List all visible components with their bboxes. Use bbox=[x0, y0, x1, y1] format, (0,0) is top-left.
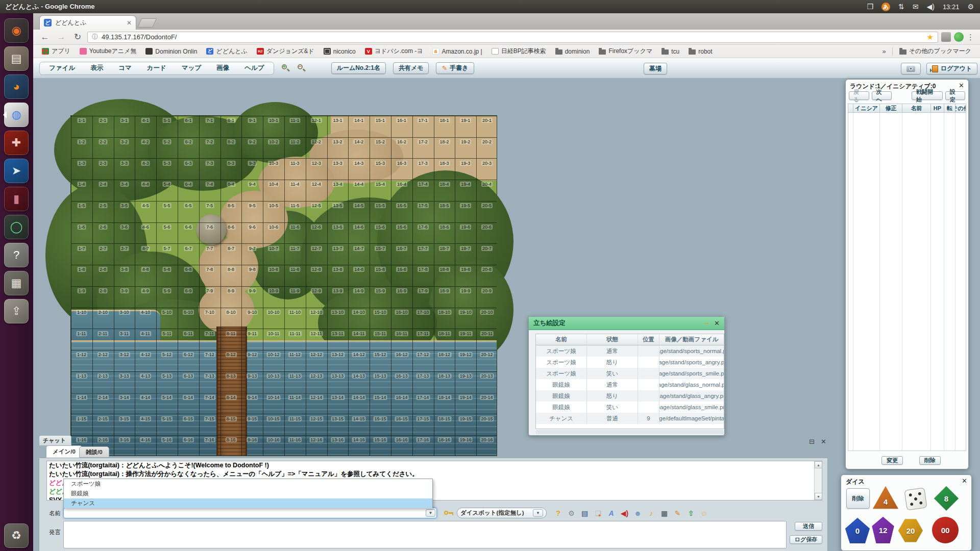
die-d4[interactable]: 4 bbox=[873, 486, 898, 510]
menu-item-ヘルプ[interactable]: ヘルプ bbox=[244, 64, 264, 72]
launcher-item-usb-drive[interactable]: ⇪ bbox=[4, 299, 29, 323]
chat-close-icon[interactable]: ✕ bbox=[821, 438, 826, 445]
clock[interactable]: 13:21 bbox=[943, 3, 960, 11]
bookmark-item[interactable]: aAmazon.co.jp | bbox=[428, 48, 487, 55]
bookmark-item[interactable]: アプリ bbox=[37, 47, 75, 56]
chat-scrollbar[interactable]: ▲ ▼ bbox=[814, 461, 822, 500]
stand-table-row[interactable]: スポーツ娘笑いimage/stand/sports_smile.png bbox=[536, 368, 724, 379]
stand-table-row[interactable]: 眼鏡娘笑いimage/stand/glass_smile.png bbox=[536, 402, 724, 413]
key-icon[interactable] bbox=[444, 509, 453, 517]
bookmark-item[interactable]: niconico bbox=[319, 48, 360, 55]
help-icon[interactable]: ? bbox=[554, 509, 562, 517]
launcher-item-trash[interactable]: ♻ bbox=[4, 523, 29, 548]
bookmark-item[interactable]: robot bbox=[684, 48, 717, 55]
send-button[interactable]: 送信 bbox=[795, 522, 822, 531]
scroll-up-icon[interactable]: ▲ bbox=[815, 461, 822, 468]
launcher-item-clipboard-app[interactable]: ▦ bbox=[4, 271, 29, 295]
close-icon[interactable]: ✕ bbox=[962, 477, 967, 485]
graveyard-button[interactable]: 墓場 bbox=[644, 63, 667, 74]
sound-icon[interactable]: ◀) bbox=[620, 509, 629, 517]
doc-remove-icon[interactable]: ❏● bbox=[594, 509, 602, 517]
die-d6[interactable] bbox=[904, 487, 927, 510]
name-dropdown-icon[interactable]: ▼ bbox=[426, 509, 435, 517]
chat-tab-main[interactable]: メイン/0 bbox=[46, 445, 82, 458]
launcher-item-firefox[interactable]: ◕ bbox=[4, 74, 29, 99]
session-gear-icon[interactable]: ⚙ bbox=[967, 3, 974, 11]
die-d100[interactable]: 00 bbox=[932, 517, 959, 543]
launcher-item-files[interactable]: ▤ bbox=[4, 46, 29, 71]
bookmark-item[interactable]: HJダンジョンズ&ド bbox=[252, 47, 319, 56]
chat-window-title[interactable]: チャット bbox=[39, 435, 71, 445]
die-d10[interactable]: 0 bbox=[845, 518, 870, 543]
bell-icon[interactable]: ♪ bbox=[647, 509, 655, 517]
game-map[interactable]: 1-12-13-14-15-16-17-18-19-110-111-112-11… bbox=[70, 115, 497, 456]
reload-icon[interactable]: ↻ bbox=[71, 32, 84, 42]
initiative-button-設定[interactable]: 設定 bbox=[945, 91, 965, 100]
scroll-down-icon[interactable]: ▼ bbox=[815, 493, 822, 500]
launcher-item-help[interactable]: ? bbox=[4, 243, 29, 267]
japanese-input-icon[interactable]: あ bbox=[881, 3, 890, 11]
url-bar[interactable]: ⓘ 49.135.17.167/DodontoF/ ★ bbox=[87, 32, 938, 43]
die-d8[interactable]: 8 bbox=[934, 486, 959, 511]
stand-dialog-titlebar[interactable]: 立ち絵設定 − ✕ bbox=[529, 317, 724, 330]
initiative-button-次へ[interactable]: 次へ bbox=[872, 91, 892, 100]
launcher-item-media-app[interactable]: ▮ bbox=[4, 187, 29, 211]
stand-table-row[interactable]: 眼鏡娘通常image/stand/glass_normal.png bbox=[536, 379, 724, 390]
bookmark-star-icon[interactable]: ★ bbox=[927, 33, 934, 42]
dropdown-item[interactable]: スポーツ娘 bbox=[64, 479, 432, 489]
bookmark-item[interactable]: Vヨドバシ.com -ヨ bbox=[360, 47, 428, 56]
menu-item-画像[interactable]: 画像 bbox=[216, 64, 229, 72]
room-info-button[interactable]: ルームNo.2:1名 bbox=[331, 62, 386, 74]
save-log-button[interactable]: ログ保存 bbox=[790, 535, 822, 544]
screenshot-button[interactable] bbox=[901, 63, 921, 74]
launcher-item-chrome[interactable]: ◍ bbox=[4, 103, 29, 127]
extension-icon-1[interactable] bbox=[941, 32, 951, 42]
extension-icon-2[interactable] bbox=[954, 32, 964, 42]
bookmark-item[interactable]: どどどんとふ bbox=[202, 47, 252, 56]
bookmarks-overflow-icon[interactable]: » bbox=[878, 47, 890, 55]
bookmark-item[interactable]: tcu bbox=[657, 48, 684, 55]
volume-icon[interactable]: ◀) bbox=[926, 3, 934, 11]
chrome-menu-icon[interactable]: ⋮ bbox=[967, 33, 975, 42]
name-input[interactable]: ▼ bbox=[63, 508, 437, 518]
launcher-item-thunderbird[interactable]: ➤ bbox=[4, 159, 29, 183]
person-edit-icon[interactable]: ✎ bbox=[673, 509, 682, 517]
chat-tab-zatsudan[interactable]: 雑談/0 bbox=[79, 446, 109, 458]
bookmark-item[interactable]: 日経BP記事検索 bbox=[487, 47, 551, 56]
menu-item-マップ[interactable]: マップ bbox=[182, 64, 201, 72]
dropbox-icon[interactable]: ❒ bbox=[867, 3, 873, 11]
doc-upload-icon[interactable]: ⇧ bbox=[687, 509, 695, 517]
chat-minimize-icon[interactable]: ⊟ bbox=[809, 438, 815, 445]
back-icon[interactable]: ← bbox=[38, 32, 52, 42]
minimize-icon[interactable]: − bbox=[705, 321, 709, 326]
launcher-item-software-tool[interactable]: ✚ bbox=[4, 131, 29, 155]
config-doc-icon[interactable]: ⚙ bbox=[567, 509, 576, 517]
die-d20[interactable]: 20 bbox=[898, 518, 923, 543]
site-info-icon[interactable]: ⓘ bbox=[92, 33, 98, 41]
initiative-button-戦闘開始[interactable]: 戦闘開始 bbox=[912, 91, 943, 100]
new-tab-button[interactable] bbox=[137, 18, 157, 28]
network-icon[interactable]: ⇅ bbox=[898, 3, 904, 11]
bookmark-item[interactable]: Dominion Onlin bbox=[141, 48, 202, 55]
person-chat-icon[interactable]: ☻ bbox=[633, 509, 642, 517]
forward-icon[interactable]: → bbox=[55, 32, 68, 42]
handwrite-button[interactable]: ✎ 手書き bbox=[436, 62, 474, 74]
stand-table-row[interactable]: チャンス普通9image/defaultImageSet/pintabijo bbox=[536, 413, 724, 424]
logout-button[interactable]: ログアウト bbox=[926, 63, 977, 74]
menu-item-コマ[interactable]: コマ bbox=[118, 64, 132, 72]
menu-item-ファイル[interactable]: ファイル bbox=[49, 64, 75, 72]
bookmark-item[interactable]: Youtubeアニメ無 bbox=[75, 47, 141, 56]
delete-button[interactable]: 削除 bbox=[919, 456, 941, 465]
dicebot-select[interactable]: ダイスボット(指定無し) ▼ bbox=[457, 508, 547, 518]
stand-table-row[interactable]: スポーツ娘怒りimage/stand/sports_angry.png bbox=[536, 357, 724, 368]
smiley-icon[interactable]: ☺ bbox=[700, 509, 708, 517]
launcher-item-green-app[interactable]: ◯ bbox=[4, 215, 29, 239]
bookmark-item[interactable]: dominion bbox=[551, 48, 595, 55]
menu-item-表示[interactable]: 表示 bbox=[90, 64, 103, 72]
stand-table-row[interactable]: スポーツ娘通常image/stand/sports_normal.png bbox=[536, 345, 724, 357]
other-bookmarks-button[interactable]: その他のブックマーク bbox=[895, 47, 976, 56]
manual-book-icon[interactable]: ▤ bbox=[580, 509, 589, 517]
stand-table-hscrollbar[interactable] bbox=[535, 430, 724, 434]
tab-close-icon[interactable]: ✕ bbox=[127, 19, 132, 27]
url-text[interactable]: 49.135.17.167/DodontoF/ bbox=[102, 33, 177, 41]
